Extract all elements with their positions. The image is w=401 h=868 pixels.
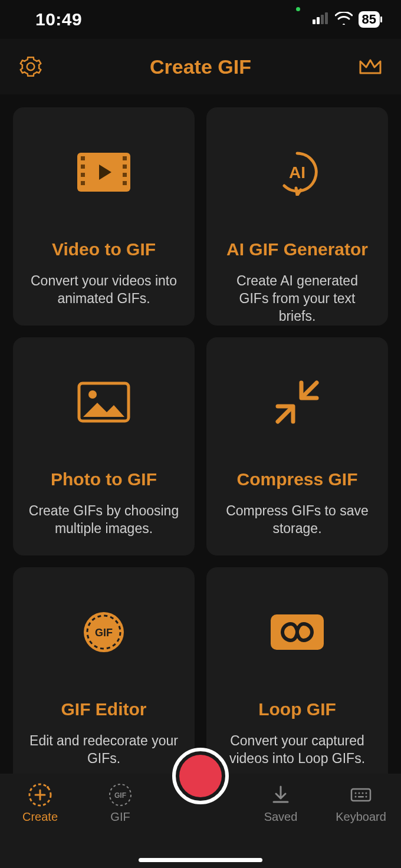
status-bar: 10:49 85 — [0, 0, 401, 39]
card-desc: Edit and redecorate your GIFs. — [27, 732, 180, 768]
card-loop-gif[interactable]: Loop GIF Convert your captured videos in… — [206, 567, 388, 785]
svg-rect-2 — [321, 15, 324, 24]
svg-rect-24 — [351, 789, 370, 801]
ai-chat-icon: AI — [274, 149, 321, 196]
card-gif-editor[interactable]: GIF GIF Editor Edit and redecorate your … — [13, 567, 195, 785]
svg-rect-7 — [81, 173, 85, 177]
tab-label: GIF — [110, 810, 130, 824]
tab-keyboard[interactable]: Keyboard — [326, 782, 396, 824]
svg-rect-31 — [358, 796, 364, 798]
card-title: GIF Editor — [61, 699, 147, 719]
card-desc: Compress GIFs to save storage. — [221, 502, 374, 538]
page-title: Create GIF — [150, 55, 251, 78]
svg-text:AI: AI — [289, 163, 305, 182]
settings-button[interactable] — [17, 52, 45, 81]
gear-icon — [19, 55, 42, 78]
status-icons: 85 — [313, 11, 380, 28]
card-title: Compress GIF — [236, 469, 357, 489]
status-time: 10:49 — [35, 9, 82, 29]
svg-text:GIF: GIF — [95, 627, 113, 639]
svg-rect-10 — [123, 165, 127, 169]
card-desc: Create GIFs by choosing multiple images. — [27, 502, 180, 538]
tab-saved[interactable]: Saved — [245, 782, 316, 824]
wifi-icon — [335, 12, 353, 27]
app-header: Create GIF — [0, 39, 401, 94]
svg-point-29 — [355, 796, 357, 798]
card-desc: Convert your videos into animated GIFs. — [27, 272, 180, 308]
card-title: Video to GIF — [52, 239, 156, 259]
card-desc: Convert your captured videos into Loop G… — [221, 732, 374, 768]
image-icon — [77, 379, 130, 426]
record-icon — [179, 755, 222, 797]
svg-rect-5 — [81, 156, 85, 160]
record-button[interactable] — [172, 748, 229, 804]
home-indicator[interactable] — [139, 858, 262, 862]
card-desc: Create AI generated GIFs from your text … — [221, 272, 374, 326]
svg-rect-12 — [123, 181, 127, 185]
card-title: Loop GIF — [258, 699, 336, 719]
crown-icon — [358, 57, 383, 77]
card-video-to-gif[interactable]: Video to GIF Convert your videos into an… — [13, 107, 195, 326]
battery-percent: 85 — [362, 12, 376, 27]
battery-icon: 85 — [359, 11, 380, 28]
premium-button[interactable] — [356, 52, 384, 81]
svg-point-26 — [359, 793, 360, 794]
card-title: AI GIF Generator — [226, 239, 368, 259]
svg-text:GIF: GIF — [114, 791, 126, 800]
infinity-icon — [271, 609, 324, 656]
create-plus-icon — [27, 782, 53, 808]
svg-rect-6 — [81, 165, 85, 169]
feature-grid: Video to GIF Convert your videos into an… — [0, 94, 401, 785]
svg-rect-8 — [81, 181, 85, 185]
svg-rect-1 — [317, 17, 320, 24]
compress-icon — [274, 379, 320, 426]
download-icon — [268, 782, 294, 808]
card-ai-gif-generator[interactable]: AI AI GIF Generator Create AI generated … — [206, 107, 388, 326]
svg-rect-9 — [123, 156, 127, 160]
tab-label: Create — [22, 810, 58, 824]
svg-point-27 — [362, 793, 364, 794]
card-compress-gif[interactable]: Compress GIF Compress GIFs to save stora… — [206, 337, 388, 555]
svg-point-28 — [366, 793, 367, 794]
tab-label: Saved — [264, 810, 298, 824]
card-title: Photo to GIF — [51, 469, 157, 489]
card-photo-to-gif[interactable]: Photo to GIF Create GIFs by choosing mul… — [13, 337, 195, 555]
tab-label: Keyboard — [336, 810, 386, 824]
svg-rect-0 — [313, 19, 315, 24]
cellular-icon — [313, 12, 329, 27]
svg-point-25 — [355, 793, 357, 794]
tab-create[interactable]: Create — [5, 782, 75, 824]
recording-privacy-dot — [296, 7, 300, 11]
gif-badge-icon: GIF — [81, 609, 126, 656]
svg-rect-11 — [123, 173, 127, 177]
gif-circle-icon: GIF — [107, 782, 133, 808]
svg-rect-3 — [325, 12, 328, 24]
keyboard-icon — [348, 782, 374, 808]
svg-point-21 — [47, 786, 49, 788]
video-filmstrip-icon — [77, 149, 130, 196]
svg-point-15 — [88, 390, 97, 399]
tab-bar: Create GIF GIF Saved Keyboard — [0, 774, 401, 868]
svg-point-30 — [366, 796, 367, 798]
tab-gif[interactable]: GIF GIF — [85, 782, 156, 824]
